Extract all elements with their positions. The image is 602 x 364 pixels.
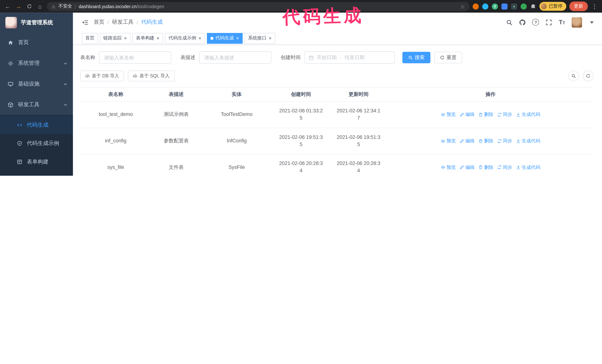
tab-codegen-example[interactable]: 代码生成示例× — [165, 33, 205, 43]
preview-link[interactable]: 预览 — [441, 137, 456, 144]
tab-label: 表单构建 — [136, 35, 154, 42]
table-cell: SysFile — [201, 154, 272, 176]
close-icon[interactable]: × — [236, 36, 239, 41]
action-label: 删除 — [484, 164, 494, 171]
sidebar-submenu: 代码生成代码生成示例表单构建系统接口数据库文档 — [0, 115, 73, 176]
active-tab-dot-icon — [210, 37, 214, 40]
sync-link[interactable]: 同步 — [497, 164, 512, 171]
extension-icon[interactable] — [482, 3, 488, 10]
import-sql-label: 基于 SQL 导入 — [140, 73, 170, 79]
browser-back-icon[interactable]: ← — [4, 3, 11, 10]
sidebar-subitem-codegen-example[interactable]: 代码生成示例 — [0, 134, 73, 153]
avatar-caret-icon[interactable] — [589, 19, 595, 26]
table-cell: sys_file — [80, 154, 151, 176]
edit-link[interactable]: 编辑 — [460, 111, 474, 118]
column-header: 操作 — [387, 87, 593, 102]
upload-icon — [85, 74, 90, 78]
close-icon[interactable]: × — [198, 36, 202, 41]
date-range-picker[interactable]: 开始日期 - 结束日期 — [304, 52, 395, 64]
kebab-menu-icon[interactable]: ⋮ — [591, 3, 598, 10]
sidebar-item-home[interactable]: 首页 — [0, 32, 73, 53]
tab-label: 代码生成示例 — [169, 35, 196, 42]
extension-icon[interactable]: V — [492, 3, 498, 10]
date-start-placeholder: 开始日期 — [317, 54, 337, 61]
sidebar-item-devtools[interactable]: 研发工具 — [0, 94, 73, 115]
sidebar-subitem-form-build[interactable]: 表单构建 — [0, 153, 73, 171]
breadcrumb-item: 代码生成 — [141, 19, 163, 26]
breadcrumb-item[interactable]: 首页 — [94, 19, 105, 26]
extension-icon[interactable] — [473, 3, 479, 10]
table-name-input[interactable] — [99, 52, 171, 64]
table-actions-cell: 预览编辑删除同步生成代码 — [387, 102, 593, 128]
edit-link[interactable]: 编辑 — [460, 137, 474, 144]
search-button[interactable]: 搜索 — [402, 52, 430, 63]
sidebar-subitem-label: 代码生成 — [27, 122, 48, 128]
upload-icon — [133, 74, 138, 78]
delete-link[interactable]: 删除 — [478, 164, 494, 171]
eye-icon — [441, 112, 445, 117]
breadcrumb-item[interactable]: 研发工具 — [112, 19, 134, 26]
tab-codegen[interactable]: 代码生成× — [207, 33, 243, 43]
sidebar-item-infra[interactable]: 基础设施 — [0, 74, 73, 94]
fullscreen-icon[interactable] — [546, 19, 552, 26]
close-icon[interactable]: × — [156, 36, 160, 41]
form-icon — [17, 159, 22, 165]
tab-form-build[interactable]: 表单构建× — [132, 33, 163, 43]
header-search-icon[interactable] — [506, 19, 513, 26]
import-sql-button[interactable]: 基于 SQL 导入 — [128, 71, 174, 81]
toggle-search-button[interactable] — [568, 71, 579, 81]
tab-tracing[interactable]: 链路追踪× — [100, 33, 130, 43]
sidebar-item-label: 系统管理 — [18, 60, 39, 67]
extension-icon[interactable] — [521, 3, 527, 10]
action-label: 预览 — [447, 137, 456, 144]
edit-link[interactable]: 编辑 — [460, 164, 474, 171]
delete-link[interactable]: 删除 — [478, 111, 494, 118]
preview-link[interactable]: 预览 — [441, 111, 456, 118]
breadcrumb-separator: / — [108, 19, 109, 25]
font-size-icon[interactable]: TT — [559, 19, 565, 25]
help-icon[interactable]: ? — [532, 19, 539, 26]
logo[interactable]: 芋道管理系统 — [0, 13, 73, 32]
create-time-label: 创建时间 — [281, 54, 301, 61]
generate-code-link[interactable]: 生成代码 — [516, 164, 540, 171]
table-cell: 文件表 — [151, 154, 201, 176]
import-db-button[interactable]: 基于 DB 导入 — [80, 71, 124, 81]
browser-home-icon[interactable]: ⌂ — [36, 3, 44, 10]
extensions-puzzle-icon[interactable] — [530, 3, 536, 10]
sidebar-toggle-icon[interactable] — [82, 19, 88, 26]
browser-refresh-icon[interactable] — [25, 4, 33, 9]
close-icon[interactable]: × — [124, 36, 127, 41]
tab-api[interactable]: 系统接口× — [245, 33, 275, 43]
preview-link[interactable]: 预览 — [441, 164, 456, 171]
sync-link[interactable]: 同步 — [497, 111, 512, 118]
extension-icon[interactable] — [501, 3, 507, 10]
sidebar-item-system[interactable]: 系统管理 — [0, 53, 73, 74]
reset-button[interactable]: 重置 — [434, 52, 462, 63]
action-label: 生成代码 — [522, 111, 540, 118]
example-icon — [17, 141, 22, 146]
paused-badge[interactable]: 已暂停 — [539, 2, 566, 11]
bookmark-star-icon[interactable]: ☆ — [460, 3, 465, 10]
refresh-table-button[interactable] — [583, 71, 593, 81]
sidebar-subitem-codegen[interactable]: 代码生成 — [0, 116, 73, 134]
table-desc-label: 表描述 — [180, 54, 195, 61]
search-button-label: 搜索 — [415, 54, 425, 61]
delete-link[interactable]: 删除 — [478, 137, 494, 144]
table-row: inf_config参数配置表InfConfig2021-02-06 19:51… — [80, 128, 593, 154]
sync-link[interactable]: 同步 — [497, 137, 512, 144]
extension-icon[interactable]: ● — [511, 3, 517, 10]
address-bar[interactable]: ⚠ 不安全 | dashboard.yudao.iocoder.cn/tool/… — [47, 2, 470, 11]
table-desc-input[interactable] — [199, 52, 271, 64]
generate-code-link[interactable]: 生成代码 — [516, 111, 540, 118]
sidebar-subitem-api[interactable]: 系统接口 — [0, 171, 73, 176]
tab-home[interactable]: 首页 — [82, 33, 98, 43]
github-icon[interactable] — [519, 19, 526, 26]
table-cell: 2021-02-06 19:51:35 — [330, 128, 387, 154]
browser-forward-icon[interactable]: → — [15, 3, 22, 10]
avatar[interactable] — [572, 17, 582, 27]
action-label: 编辑 — [465, 137, 474, 144]
search-icon — [408, 55, 413, 60]
update-button[interactable]: 更新 — [570, 1, 588, 11]
generate-code-link[interactable]: 生成代码 — [516, 137, 540, 144]
close-icon[interactable]: × — [269, 36, 272, 41]
